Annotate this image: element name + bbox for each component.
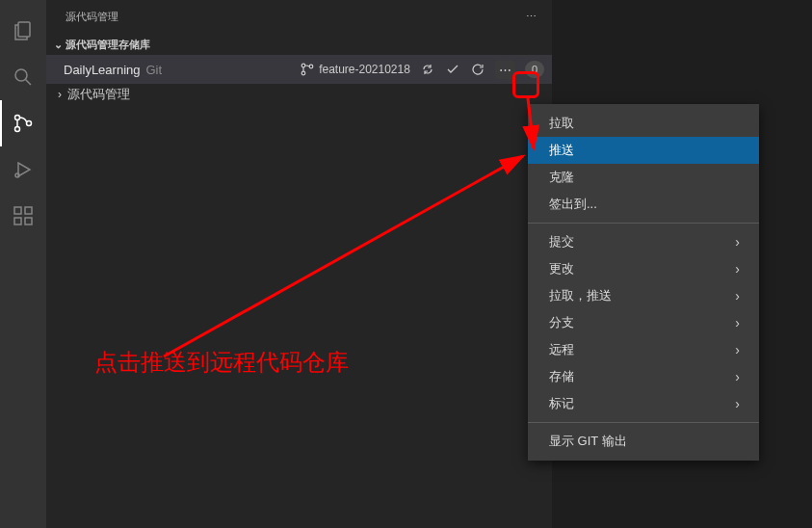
branch-name: feature-20210218 [319, 63, 410, 76]
menu-item-pull[interactable]: 拉取 [528, 110, 759, 137]
svg-point-11 [301, 71, 305, 75]
sidebar-more-icon[interactable]: ⋯ [526, 11, 537, 23]
context-menu: 拉取 推送 克隆 签出到... 提交› 更改› 拉取，推送› 分支› 远程› 存… [528, 104, 759, 461]
repo-more-button[interactable]: ⋯ [495, 61, 515, 79]
chevron-right-icon: › [735, 288, 740, 304]
repo-row[interactable]: DailyLearning Git feature-20210218 ⋯ 0 [46, 55, 552, 84]
menu-separator [528, 422, 759, 423]
svg-point-5 [15, 173, 19, 177]
menu-item-push[interactable]: 推送 [528, 137, 759, 164]
menu-item-changes[interactable]: 更改› [528, 255, 759, 282]
refresh-icon[interactable] [470, 62, 485, 77]
menu-item-checkout[interactable]: 签出到... [528, 191, 759, 218]
chevron-right-icon: › [52, 88, 67, 101]
section-label: 源代码管理存储库 [65, 38, 150, 52]
chevron-down-icon: ⌄ [50, 39, 65, 51]
sidebar: 源代码管理 ⋯ ⌄ 源代码管理存储库 DailyLearning Git fea… [46, 0, 552, 528]
menu-item-commit[interactable]: 提交› [528, 228, 759, 255]
menu-item-pull-push[interactable]: 拉取，推送› [528, 282, 759, 309]
commit-check-icon[interactable] [445, 62, 460, 77]
section-header-scm[interactable]: › 源代码管理 [46, 84, 552, 105]
sync-icon[interactable] [420, 62, 435, 77]
svg-rect-8 [25, 218, 32, 224]
chevron-right-icon: › [735, 396, 740, 411]
svg-rect-9 [25, 207, 32, 214]
run-debug-icon[interactable] [0, 146, 46, 193]
search-icon[interactable] [0, 54, 46, 100]
menu-item-show-git-output[interactable]: 显示 GIT 输出 [528, 428, 759, 455]
branch-icon [300, 62, 315, 77]
chevron-right-icon: › [735, 315, 740, 330]
menu-item-branch[interactable]: 分支› [528, 309, 759, 336]
chevron-right-icon: › [735, 342, 740, 357]
svg-point-2 [15, 116, 20, 120]
svg-point-12 [309, 65, 313, 68]
repo-name: DailyLearning [64, 63, 141, 77]
section-label: 源代码管理 [67, 86, 130, 103]
explorer-icon[interactable] [0, 8, 46, 54]
activity-bar [0, 0, 46, 528]
svg-rect-0 [18, 22, 30, 37]
section-header-repos[interactable]: ⌄ 源代码管理存储库 [46, 34, 552, 55]
sidebar-title: 源代码管理 [65, 10, 118, 24]
menu-item-clone[interactable]: 克隆 [528, 164, 759, 191]
menu-separator [528, 223, 759, 224]
chevron-right-icon: › [735, 261, 740, 277]
menu-item-tag[interactable]: 标记› [528, 390, 759, 417]
source-control-icon[interactable] [0, 100, 46, 146]
changes-count: 0 [525, 61, 544, 78]
menu-item-remote[interactable]: 远程› [528, 336, 759, 363]
extensions-icon[interactable] [0, 193, 46, 239]
svg-point-10 [301, 64, 305, 67]
chevron-right-icon: › [735, 234, 740, 250]
chevron-right-icon: › [735, 369, 740, 384]
svg-rect-6 [14, 207, 21, 214]
svg-point-1 [15, 69, 27, 81]
svg-point-4 [27, 121, 32, 126]
svg-rect-7 [14, 218, 21, 224]
branch-indicator[interactable]: feature-20210218 [300, 62, 410, 77]
menu-item-stash[interactable]: 存储› [528, 363, 759, 390]
sidebar-header: 源代码管理 ⋯ [46, 0, 552, 34]
svg-point-3 [15, 127, 20, 132]
repo-actions: feature-20210218 ⋯ 0 [300, 61, 544, 79]
repo-type: Git [146, 63, 163, 77]
